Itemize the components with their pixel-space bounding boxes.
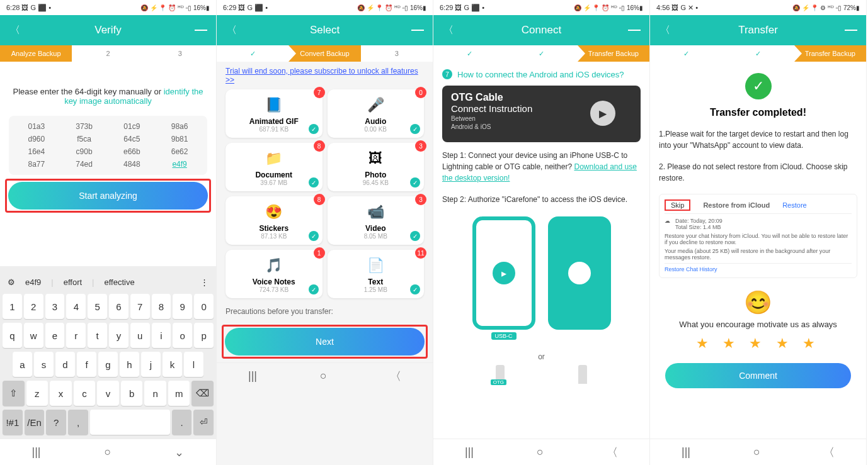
home-icon[interactable]: ○ xyxy=(320,369,327,383)
keyboard-key[interactable]: v xyxy=(97,381,119,406)
media-card[interactable]: 11 📄 Text 1.25 MB ✓ xyxy=(328,250,425,298)
media-icon: 🖼 xyxy=(331,149,421,168)
keyboard-key[interactable]: k xyxy=(163,352,182,377)
keyboard-key[interactable]: ⌫ xyxy=(191,381,214,406)
keyboard-key[interactable]: 8 xyxy=(152,294,171,319)
help-question[interactable]: 7 How to connect the Android and iOS dev… xyxy=(433,62,649,83)
keyboard-key[interactable]: f xyxy=(77,352,96,377)
keyboard-key[interactable]: g xyxy=(98,352,118,377)
keyboard-key[interactable]: u xyxy=(130,323,150,348)
home-icon[interactable]: ○ xyxy=(105,445,111,459)
suggestion[interactable]: effort xyxy=(64,277,82,287)
keyboard-key[interactable]: 6 xyxy=(109,294,128,319)
trial-banner-link[interactable]: Trial will end soon, please subscribe to… xyxy=(217,62,433,89)
android-phone-icon: ▸ USB-C xyxy=(472,216,535,330)
keyboard-key[interactable]: s xyxy=(34,352,54,377)
keyboard-key[interactable]: ⇧ xyxy=(3,381,25,406)
keyboard-key[interactable]: q xyxy=(3,323,22,348)
step-3: Transfer Backup xyxy=(794,45,866,62)
keyboard-key[interactable] xyxy=(90,410,170,435)
page-title: Transfer xyxy=(671,24,845,36)
keyboard-key[interactable]: . xyxy=(172,410,192,435)
keyboard-key[interactable]: j xyxy=(141,352,161,377)
media-label: Text xyxy=(331,277,421,286)
keyboard-key[interactable]: i xyxy=(152,323,171,348)
menu-icon[interactable] xyxy=(411,24,424,36)
keyboard-key[interactable]: 4 xyxy=(66,294,86,319)
status-bar: 6:28 🖼 G ⬛ • 🔕 ⚡ 📍 ⏰ ᴴᴰ ▫▯ 16%▮ xyxy=(0,0,216,15)
keyboard-key[interactable]: 7 xyxy=(130,294,150,319)
menu-icon[interactable] xyxy=(195,24,207,36)
keyboard-key[interactable]: y xyxy=(109,323,128,348)
keyboard-key[interactable]: /En xyxy=(25,410,45,435)
keyboard-key[interactable]: !#1 xyxy=(3,410,23,435)
progress-steps: Analyze Backup 2 3 xyxy=(0,45,216,62)
back-nav-icon[interactable]: 〈 xyxy=(390,369,401,384)
next-button[interactable]: Next xyxy=(225,328,425,356)
media-card[interactable]: 1 🎵 Voice Notes 724.73 KB ✓ xyxy=(226,250,323,298)
keyboard-key[interactable]: x xyxy=(50,381,72,406)
back-nav-icon[interactable]: 〈 xyxy=(823,445,835,460)
media-card[interactable]: 3 🖼 Photo 96.45 KB ✓ xyxy=(328,143,425,191)
home-icon[interactable]: ○ xyxy=(537,445,544,459)
page-title: Select xyxy=(238,24,411,36)
status-bar: 6:29 🖼 G ⬛ • 🔕 ⚡ 📍 ⏰ ᴴᴰ ▫▯ 16%▮ xyxy=(217,0,433,15)
home-icon[interactable]: ○ xyxy=(753,445,760,459)
keyboard-key[interactable]: 2 xyxy=(24,294,43,319)
keyboard-key[interactable]: , xyxy=(68,410,88,435)
keyboard-key[interactable]: w xyxy=(24,323,43,348)
keyboard-key[interactable]: m xyxy=(168,381,190,406)
media-card[interactable]: 0 🎤 Audio 0.00 KB ✓ xyxy=(328,89,425,138)
back-icon[interactable]: 〈 xyxy=(9,24,21,36)
keyboard-key[interactable]: t xyxy=(88,323,107,348)
app-header: 〈 Select xyxy=(217,15,433,45)
recent-apps-icon[interactable]: ||| xyxy=(248,369,257,383)
keyboard-key[interactable]: p xyxy=(194,323,214,348)
recent-apps-icon[interactable]: ||| xyxy=(682,445,690,459)
media-card[interactable]: 7 📘 Animated GIF 687.91 KB ✓ xyxy=(226,89,323,138)
recent-apps-icon[interactable]: ||| xyxy=(32,445,41,459)
recent-apps-icon[interactable]: ||| xyxy=(465,445,474,459)
media-label: Photo xyxy=(331,171,421,179)
start-analyzing-button[interactable]: Start analyzing xyxy=(8,182,208,210)
back-nav-icon[interactable]: 〈 xyxy=(607,445,618,460)
media-card[interactable]: 3 📹 Video 8.05 MB ✓ xyxy=(328,196,425,245)
back-icon[interactable]: 〈 xyxy=(226,24,238,36)
play-icon[interactable]: ▶ xyxy=(590,101,615,126)
menu-icon[interactable] xyxy=(628,24,641,36)
keyboard-key[interactable]: d xyxy=(55,352,75,377)
keyboard-key[interactable]: n xyxy=(144,381,166,406)
keyboard-key[interactable]: r xyxy=(66,323,86,348)
keyboard-key[interactable]: 5 xyxy=(88,294,107,319)
success-indicator: ✓ Transfer completed! xyxy=(650,62,866,123)
keyboard-key[interactable]: a xyxy=(13,352,32,377)
back-icon[interactable]: 〈 xyxy=(659,24,671,36)
media-card[interactable]: 8 📁 Document 39.67 MB ✓ xyxy=(226,143,323,191)
keyboard-key[interactable]: l xyxy=(184,352,203,377)
suggestion[interactable]: e4f9 xyxy=(25,277,41,287)
media-label: Document xyxy=(229,171,319,179)
keyboard-key[interactable]: 3 xyxy=(45,294,65,319)
key-input-grid[interactable]: 01a3373b01c998a6 d960f5ca64c59b81 16e4c9… xyxy=(9,116,207,175)
comment-button[interactable]: Comment xyxy=(665,363,851,388)
keyboard-key[interactable]: 0 xyxy=(194,294,214,319)
keyboard-key[interactable]: h xyxy=(120,352,139,377)
step-1-text: Step 1: Connect your device using an iPh… xyxy=(433,145,649,189)
keyboard-key[interactable]: ? xyxy=(46,410,66,435)
keyboard-key[interactable]: ⏎ xyxy=(193,410,214,435)
video-tutorial[interactable]: OTG Cable Connect Instruction Between An… xyxy=(442,86,641,142)
keyboard-key[interactable]: o xyxy=(173,323,192,348)
keyboard-key[interactable]: b xyxy=(121,381,143,406)
keyboard-key[interactable]: 9 xyxy=(173,294,192,319)
media-card[interactable]: 8 😍 Stickers 87.13 KB ✓ xyxy=(226,196,323,245)
keyboard-key[interactable]: z xyxy=(26,381,49,406)
count-badge: 3 xyxy=(415,140,426,152)
star-rating[interactable]: ★ ★ ★ ★ ★ xyxy=(656,335,860,352)
back-icon[interactable]: 〈 xyxy=(442,24,455,36)
keyboard-key[interactable]: e xyxy=(45,323,65,348)
keyboard-key[interactable]: c xyxy=(74,381,96,406)
suggestion[interactable]: effective xyxy=(104,277,134,287)
keyboard-key[interactable]: 1 xyxy=(3,294,22,319)
back-nav-icon[interactable]: ⌄ xyxy=(174,445,184,459)
menu-icon[interactable] xyxy=(845,24,857,36)
